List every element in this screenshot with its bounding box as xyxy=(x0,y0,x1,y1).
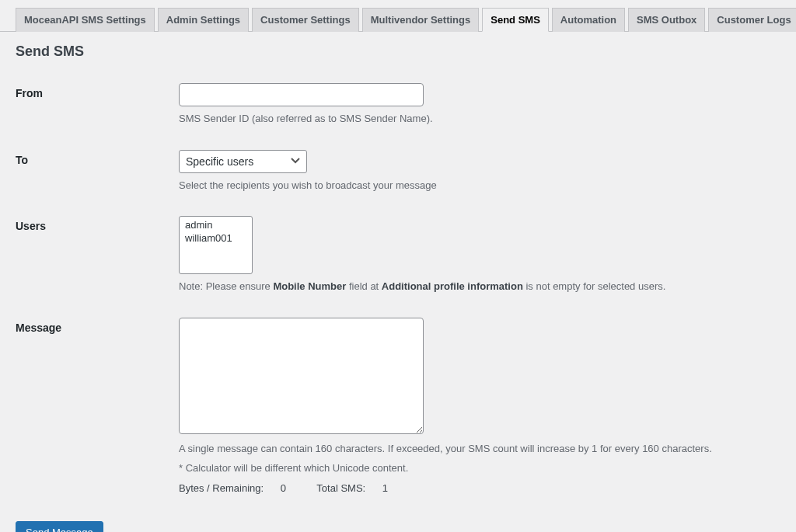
message-stats: Bytes / Remaining: 0 Total SMS: 1 xyxy=(179,482,773,494)
row-from: From SMS Sender ID (also referred as to … xyxy=(16,71,780,138)
label-message: Message xyxy=(16,306,171,506)
users-select[interactable]: admin william001 xyxy=(179,216,253,274)
nav-tabs: MoceanAPI SMS Settings Admin Settings Cu… xyxy=(0,0,796,32)
message-hint2: * Calculator will be different which Uni… xyxy=(179,461,773,476)
label-users: Users xyxy=(16,204,171,306)
message-textarea[interactable] xyxy=(179,318,424,434)
tab-multivendor-settings[interactable]: Multivendor Settings xyxy=(362,8,480,32)
bytes-label: Bytes / Remaining: xyxy=(179,482,267,494)
row-users: Users admin william001 Note: Please ensu… xyxy=(16,204,780,306)
tab-sms-outbox[interactable]: SMS Outbox xyxy=(628,8,705,32)
label-from: From xyxy=(16,71,171,138)
bytes-value: 0 xyxy=(281,482,286,494)
from-input[interactable] xyxy=(179,83,424,106)
total-sms-value: 1 xyxy=(382,482,388,494)
tab-automation[interactable]: Automation xyxy=(552,8,625,32)
tab-moceanapi-sms-settings[interactable]: MoceanAPI SMS Settings xyxy=(16,8,155,32)
total-sms-label: Total SMS: xyxy=(316,482,368,494)
page-title: Send SMS xyxy=(16,43,780,71)
form-table: From SMS Sender ID (also referred as to … xyxy=(16,71,780,506)
label-to: To xyxy=(16,138,171,205)
from-hint: SMS Sender ID (also referred as to SMS S… xyxy=(179,111,773,127)
row-message: Message A single message can contain 160… xyxy=(16,306,780,506)
users-option-william001[interactable]: william001 xyxy=(181,231,250,245)
to-select[interactable]: Specific users xyxy=(179,150,307,173)
users-option-admin[interactable]: admin xyxy=(181,218,250,231)
send-message-button[interactable]: Send Message xyxy=(16,521,103,533)
tab-customer-settings[interactable]: Customer Settings xyxy=(252,8,359,32)
row-to: To Specific users Select the recipients … xyxy=(16,138,780,205)
tab-customer-logs[interactable]: Customer Logs xyxy=(708,8,796,32)
tab-send-sms[interactable]: Send SMS xyxy=(482,8,549,32)
users-hint: Note: Please ensure Mobile Number field … xyxy=(179,279,773,294)
content-area: Send SMS From SMS Sender ID (also referr… xyxy=(0,32,796,532)
to-hint: Select the recipients you wish to broadc… xyxy=(179,178,773,193)
tab-admin-settings[interactable]: Admin Settings xyxy=(158,8,249,32)
message-hint1: A single message can contain 160 charact… xyxy=(179,441,773,457)
